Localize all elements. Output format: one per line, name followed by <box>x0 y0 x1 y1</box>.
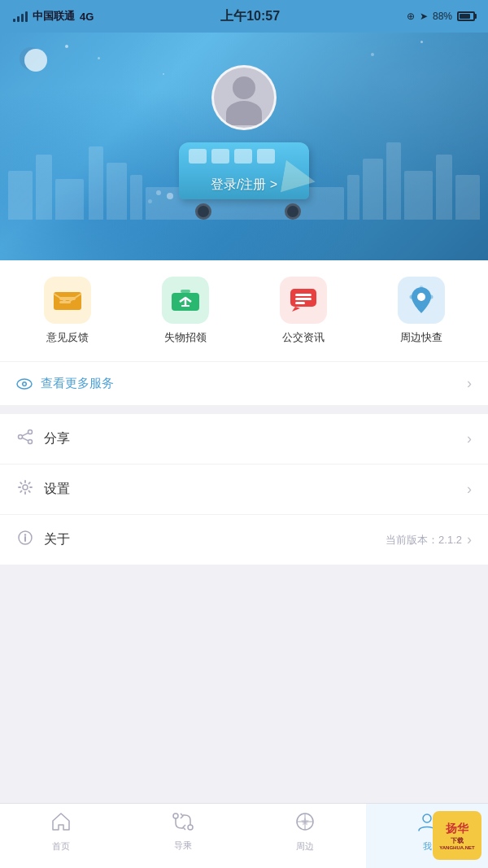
lost-found-item[interactable]: 失物招领 <box>162 277 209 345</box>
icon-grid: 意见反馈 失物招领 <box>0 260 488 361</box>
navigation-icon: ➤ <box>420 11 428 22</box>
share-chevron: › <box>467 430 472 447</box>
tab-nearby[interactable]: 周边 <box>244 804 366 868</box>
avatar[interactable] <box>211 65 277 130</box>
tab-home-label: 首页 <box>52 840 70 853</box>
nearby-icon <box>407 286 436 315</box>
feedback-item[interactable]: 意见反馈 <box>44 277 91 345</box>
nearby-tab-icon <box>294 811 316 837</box>
feedback-icon <box>53 289 82 312</box>
watermark-text: 下载 <box>451 836 464 845</box>
settings-right: › <box>467 481 472 498</box>
svg-rect-10 <box>295 302 305 304</box>
settings-chevron: › <box>467 481 472 498</box>
svg-rect-1 <box>59 297 76 300</box>
list-section: 分享 › 设置 › <box>0 414 488 565</box>
svg-point-18 <box>28 430 33 434</box>
svg-point-12 <box>409 295 413 299</box>
avatar-container[interactable] <box>211 65 277 130</box>
svg-point-28 <box>188 825 193 830</box>
feedback-label: 意见反馈 <box>46 330 89 345</box>
watermark-logo: 扬华 <box>446 822 468 836</box>
more-services-label: 查看更多服务 <box>41 376 114 391</box>
about-left: 关于 <box>16 530 386 550</box>
share-row[interactable]: 分享 › <box>0 414 488 465</box>
more-services-chevron: › <box>467 375 472 392</box>
gear-icon <box>16 479 34 499</box>
watermark: 扬华 下载 YANGHUA.NET <box>433 811 481 860</box>
more-services-row[interactable]: 查看更多服务 › <box>0 362 488 406</box>
svg-point-11 <box>417 293 425 301</box>
settings-label: 设置 <box>44 481 70 498</box>
avatar-body <box>226 101 262 125</box>
lost-found-icon-box <box>162 277 209 324</box>
svg-point-20 <box>28 440 33 444</box>
avatar-person <box>226 76 262 125</box>
settings-row[interactable]: 设置 › <box>0 465 488 515</box>
svg-point-26 <box>24 534 26 535</box>
time-label: 上午10:57 <box>220 8 280 25</box>
battery-label: 88% <box>433 11 452 22</box>
carrier-label: 中国联通 <box>33 9 75 24</box>
bus-info-icon-box <box>280 277 327 324</box>
settings-left: 设置 <box>16 479 467 499</box>
lost-found-label: 失物招领 <box>164 330 207 345</box>
nearby-label: 周边快查 <box>400 330 442 345</box>
bus-info-label: 公交资讯 <box>282 330 325 345</box>
status-right: ⊕ ➤ 88% <box>407 11 475 22</box>
eye-icon <box>16 378 33 390</box>
location-icon: ⊕ <box>407 11 415 22</box>
info-icon <box>16 530 34 550</box>
svg-point-14 <box>420 286 423 289</box>
status-left: 中国联通 4G <box>13 9 94 24</box>
more-services-left: 查看更多服务 <box>16 376 114 391</box>
status-bar: 中国联通 4G 上午10:57 ⊕ ➤ 88% <box>0 0 488 33</box>
svg-rect-2 <box>59 301 71 303</box>
svg-line-21 <box>22 433 28 436</box>
feedback-icon-box <box>44 277 91 324</box>
signal-icon <box>13 11 28 22</box>
svg-rect-9 <box>295 298 312 300</box>
tab-guide[interactable]: 导乘 <box>122 804 244 868</box>
hero-banner: 登录/注册 > <box>0 33 488 260</box>
share-right: › <box>467 430 472 447</box>
tab-nearby-label: 周边 <box>296 840 314 853</box>
tab-bar: 首页 导乘 周边 <box>0 803 488 868</box>
section-separator <box>0 406 488 414</box>
svg-point-32 <box>423 814 431 822</box>
about-row[interactable]: 关于 当前版本：2.1.2 › <box>0 515 488 565</box>
svg-point-27 <box>173 813 178 818</box>
svg-line-22 <box>22 438 28 441</box>
tab-guide-label: 导乘 <box>174 840 192 852</box>
about-label: 关于 <box>44 531 70 548</box>
login-button[interactable]: 登录/注册 > <box>211 177 277 194</box>
about-right: 当前版本：2.1.2 › <box>386 531 472 548</box>
share-icon <box>16 429 34 449</box>
tab-profile-label: 我 <box>423 840 432 853</box>
version-text: 当前版本：2.1.2 <box>386 533 462 547</box>
share-label: 分享 <box>44 430 70 447</box>
tab-home[interactable]: 首页 <box>0 804 122 868</box>
svg-point-23 <box>23 485 28 490</box>
avatar-head <box>233 76 255 99</box>
main-content: 登录/注册 > 意见反馈 <box>0 33 488 630</box>
svg-point-13 <box>429 295 433 299</box>
svg-point-17 <box>24 382 26 385</box>
bus-info-icon <box>289 287 318 313</box>
nearby-item[interactable]: 周边快查 <box>398 277 445 345</box>
svg-rect-4 <box>181 290 190 293</box>
share-left: 分享 <box>16 429 467 449</box>
about-chevron: › <box>467 531 472 548</box>
lost-found-icon <box>170 288 201 312</box>
home-icon <box>50 811 72 837</box>
network-label: 4G <box>80 11 94 23</box>
guide-icon <box>172 812 194 836</box>
nearby-icon-box <box>398 277 445 324</box>
battery-icon <box>457 11 475 21</box>
watermark-site: YANGHUA.NET <box>439 845 474 850</box>
svg-point-19 <box>19 435 23 439</box>
bus-info-item[interactable]: 公交资讯 <box>280 277 327 345</box>
svg-rect-8 <box>295 294 312 296</box>
